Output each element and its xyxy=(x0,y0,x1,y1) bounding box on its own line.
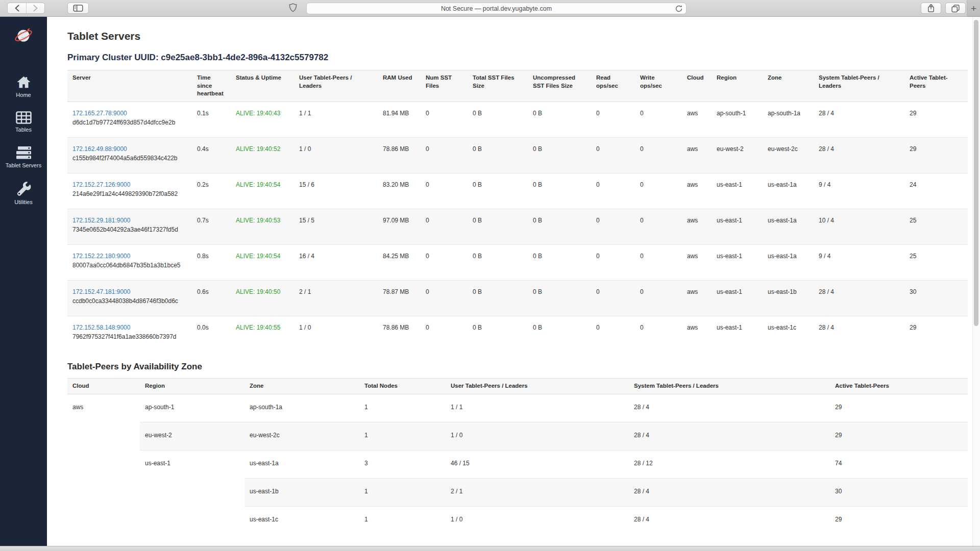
server-link[interactable]: 172.152.29.181:9000 xyxy=(72,217,130,224)
new-tab-button[interactable]: + xyxy=(967,0,980,17)
cell-server: 172.152.27.126:9000214a6e29f1a24c4498293… xyxy=(67,173,192,209)
col-header-user-peers: User Tablet-Peers / Leaders xyxy=(446,379,629,394)
cell-user-peers: 1 / 1 xyxy=(446,394,629,422)
scrollbar-thumb[interactable] xyxy=(974,20,978,326)
back-button[interactable] xyxy=(8,3,26,13)
cell-system-peers: 28 / 4 xyxy=(629,422,830,450)
cell-system-peers: 28 / 4 xyxy=(814,316,904,352)
cell-ram: 97.09 MB xyxy=(378,209,421,244)
cell-user-peers: 16 / 4 xyxy=(294,244,378,280)
cell-read-ops: 0 xyxy=(591,316,635,352)
forward-button[interactable] xyxy=(26,3,44,13)
address-bar[interactable]: Not Secure — portal.dev.yugabyte.com xyxy=(306,3,687,14)
cell-region: us-east-1 xyxy=(712,173,763,209)
cell-write-ops: 0 xyxy=(635,244,682,280)
share-icon xyxy=(927,4,935,13)
tserver-table: Server Time since heartbeat Status & Upt… xyxy=(67,70,968,352)
cell-cloud: aws xyxy=(682,316,712,352)
az-section-title: Tablet-Peers by Availability Zone xyxy=(67,362,961,372)
cell-server: 172.152.22.180:900080007aa0cc064db6847b3… xyxy=(67,244,192,280)
cell-zone: us-east-1b xyxy=(763,280,814,316)
cell-region: ap-south-1 xyxy=(712,102,763,137)
cell-ram: 83.20 MB xyxy=(378,173,421,209)
tablet-servers-icon xyxy=(16,146,32,160)
sidebar-toggle-button[interactable] xyxy=(67,3,89,14)
cell-server: 172.165.27.78:9000d6dc1d7b97724ff693d857… xyxy=(67,102,192,137)
cell-system-peers: 28 / 4 xyxy=(629,478,830,506)
cell-read-ops: 0 xyxy=(591,209,635,244)
cell-ram: 81.94 MB xyxy=(378,102,421,137)
server-link[interactable]: 172.152.47.181:9000 xyxy=(72,288,130,295)
cell-heartbeat: 0.1s xyxy=(192,102,231,137)
yugabyte-logo-icon[interactable] xyxy=(13,25,34,48)
share-button[interactable] xyxy=(921,3,941,14)
cell-num-sst: 0 xyxy=(421,137,468,173)
cell-user-peers: 1 / 0 xyxy=(446,506,629,534)
col-header-write-ops: Write ops/sec xyxy=(635,70,682,102)
cell-system-peers: 28 / 4 xyxy=(814,137,904,173)
server-uuid: d6dc1d7b97724ff693d857d4dfcc9e2b xyxy=(72,118,187,127)
cell-zone: ap-south-1a xyxy=(763,102,814,137)
sidebar-item-tables[interactable]: Tables xyxy=(0,111,47,133)
cell-total-sst: 0 B xyxy=(468,316,528,352)
cell-zone: us-east-1b xyxy=(244,478,359,506)
cell-user-peers: 1 / 1 xyxy=(294,102,378,137)
server-link[interactable]: 172.152.22.180:9000 xyxy=(72,253,130,260)
cell-read-ops: 0 xyxy=(591,280,635,316)
cell-region: eu-west-2 xyxy=(140,422,244,450)
table-row: 172.152.27.126:9000214a6e29f1a24c4498293… xyxy=(67,173,968,209)
server-link[interactable]: 172.162.49.88:9000 xyxy=(72,145,127,153)
cell-active-peers: 29 xyxy=(904,102,968,137)
col-header-active-peers: Active Tablet-Peers xyxy=(904,70,968,102)
server-link[interactable]: 172.165.27.78:9000 xyxy=(72,110,127,117)
cell-num-sst: 0 xyxy=(421,173,468,209)
cell-uncomp-sst: 0 B xyxy=(528,209,591,244)
cell-user-peers: 2 / 1 xyxy=(446,478,629,506)
reload-button[interactable] xyxy=(675,5,683,14)
cell-user-peers: 1 / 0 xyxy=(294,316,378,352)
cell-num-sst: 0 xyxy=(421,209,468,244)
cell-zone: us-east-1a xyxy=(244,450,359,478)
cell-server: 172.152.47.181:9000ccdb0c0ca33448038b4d8… xyxy=(67,280,192,316)
cell-active-peers: 25 xyxy=(904,244,968,280)
cell-status: ALIVE: 19:40:50 xyxy=(231,280,294,316)
cell-uncomp-sst: 0 B xyxy=(528,137,591,173)
tserver-header-row: Server Time since heartbeat Status & Upt… xyxy=(67,70,968,102)
sidebar-item-tablet-servers[interactable]: Tablet Servers xyxy=(0,146,47,168)
privacy-shield-icon[interactable] xyxy=(289,3,297,15)
server-link[interactable]: 172.152.58.148:9000 xyxy=(72,324,130,331)
page-title: Tablet Servers xyxy=(67,30,961,42)
col-header-zone: Zone xyxy=(244,379,359,394)
col-header-system-peers: System Tablet-Peers / Leaders xyxy=(629,379,830,394)
col-header-total-nodes: Total Nodes xyxy=(359,379,446,394)
cell-total-sst: 0 B xyxy=(468,173,528,209)
cell-region: us-east-1 xyxy=(712,244,763,280)
cell-heartbeat: 0.8s xyxy=(192,244,231,280)
az-row: eu-west-2 eu-west-2c 1 1 / 0 28 / 4 29 xyxy=(67,422,968,450)
cell-system-peers: 28 / 4 xyxy=(629,394,830,422)
cell-cloud: aws xyxy=(682,280,712,316)
cell-uncomp-sst: 0 B xyxy=(528,244,591,280)
cell-region: eu-west-2 xyxy=(712,137,763,173)
cell-cloud: aws xyxy=(682,244,712,280)
server-uuid: 7345e0652b404292a3ae46f17327fd5d xyxy=(72,225,187,234)
sidebar-item-label: Tablet Servers xyxy=(6,162,41,168)
chevron-right-icon xyxy=(33,5,38,12)
cell-server: 172.152.29.181:90007345e0652b404292a3ae4… xyxy=(67,209,192,244)
cell-ram: 84.25 MB xyxy=(378,244,421,280)
cell-total-nodes: 1 xyxy=(359,394,446,422)
cell-uncomp-sst: 0 B xyxy=(528,280,591,316)
window-bottom-bar xyxy=(0,546,980,551)
cell-zone: us-east-1a xyxy=(763,244,814,280)
sidebar-item-utilities[interactable]: Utilities xyxy=(0,182,47,205)
server-link[interactable]: 172.152.27.126:9000 xyxy=(72,181,130,188)
table-row: 172.152.22.180:900080007aa0cc064db6847b3… xyxy=(67,244,968,280)
cell-system-peers: 9 / 4 xyxy=(814,173,904,209)
cell-region: ap-south-1 xyxy=(140,394,244,422)
cell-ram: 78.86 MB xyxy=(378,137,421,173)
cell-active-peers: 29 xyxy=(904,137,968,173)
server-uuid: c155b984f2f74004a5a6d559834c422b xyxy=(72,154,187,163)
sidebar-item-home[interactable]: Home xyxy=(0,75,47,98)
tab-overview-button[interactable] xyxy=(945,3,966,14)
cell-total-sst: 0 B xyxy=(468,209,528,244)
